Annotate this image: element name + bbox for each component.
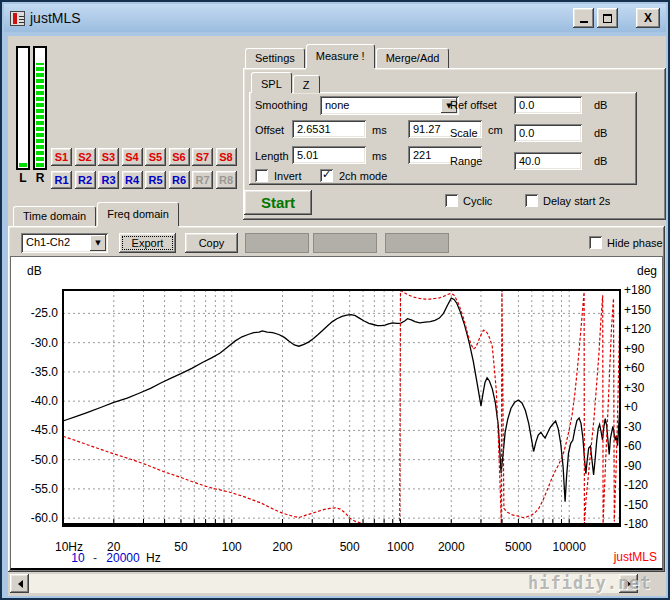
cyclic-checkbox[interactable] [445, 194, 458, 207]
minimize-button[interactable] [573, 8, 594, 28]
preset-button-s3[interactable]: S3 [98, 148, 119, 166]
tab-freq-domain[interactable]: Freq domain [97, 202, 179, 226]
chart-brand: justMLS [613, 550, 657, 564]
y-left-tick-label: -50.0 [31, 453, 59, 467]
y-right-tick-label: +180 [624, 283, 651, 297]
tab-time-domain[interactable]: Time domain [13, 206, 96, 226]
preset-button-r3[interactable]: R3 [98, 171, 119, 189]
minimize-icon [580, 15, 588, 23]
recall-preset-row: R1R2R3R4R5R6R7R8 [51, 171, 251, 189]
ref-offset-field[interactable]: 0.0 [514, 96, 582, 114]
preset-button-s6[interactable]: S6 [169, 148, 190, 166]
y-right-tick-label: +30 [624, 381, 645, 395]
x-tick-label: 5000 [505, 540, 532, 554]
length-ms-field[interactable]: 5.01 [292, 146, 366, 164]
y-right-tick-label: -30 [624, 420, 642, 434]
2ch-mode-label: 2ch mode [339, 170, 387, 182]
preset-button-s4[interactable]: S4 [122, 148, 143, 166]
range-label: Range [450, 155, 482, 167]
close-button[interactable]: X [636, 8, 660, 28]
delay-start-checkbox[interactable] [525, 194, 538, 207]
ref-offset-unit: dB [594, 99, 607, 111]
x-tick-label: 200 [273, 540, 293, 554]
scale-label: Scale [450, 127, 478, 139]
invert-label: Invert [274, 170, 302, 182]
x-tick-label: 1000 [387, 540, 414, 554]
y-right-tick-label: -60 [624, 439, 642, 453]
plot-border [63, 290, 620, 524]
range-unit: dB [594, 155, 607, 167]
y-right-tick-label: +90 [624, 342, 645, 356]
scrollbar-left-button[interactable] [10, 574, 29, 593]
range-unit: Hz [146, 551, 161, 565]
spl-tab-strip: SPLZ [251, 72, 321, 93]
tab-z[interactable]: Z [293, 75, 320, 93]
preset-button-r2[interactable]: R2 [75, 171, 96, 189]
tab-merge-add[interactable]: Merge/Add [376, 48, 450, 68]
range-start: 10 [71, 551, 85, 565]
preset-button-r1[interactable]: R1 [51, 171, 72, 189]
y-right-tick-label: +60 [624, 361, 645, 375]
scale-unit: dB [594, 127, 607, 139]
length-label: Length [255, 150, 289, 162]
maximize-button[interactable] [597, 8, 618, 28]
2ch-mode-checkbox[interactable] [320, 169, 333, 182]
main-tab-strip: SettingsMeasure !Merge/Add [245, 45, 450, 68]
y-right-tick-label: -90 [624, 459, 642, 473]
start-button[interactable]: Start [244, 190, 312, 215]
preset-button-s7[interactable]: S7 [192, 148, 213, 166]
y-left-tick-label: -30.0 [31, 336, 59, 350]
meter-label-right: R [33, 171, 47, 185]
x-tick-label: 50 [174, 540, 188, 554]
y-left-tick-label: -25.0 [31, 306, 59, 320]
length-ms-unit: ms [372, 150, 387, 162]
preset-button-r8: R8 [216, 171, 237, 189]
preset-button-s8[interactable]: S8 [216, 148, 237, 166]
y-left-tick-label: -60.0 [31, 511, 59, 525]
tab-spl[interactable]: SPL [251, 72, 292, 93]
export-button[interactable]: Export [119, 233, 176, 253]
preset-button-s1[interactable]: S1 [51, 148, 72, 166]
offset-cm-unit: cm [488, 124, 503, 136]
smoothing-label: Smoothing [255, 99, 308, 111]
toolbar-placeholder-1 [245, 233, 309, 253]
preset-button-r7: R7 [192, 171, 213, 189]
range-separator: - [93, 551, 97, 565]
offset-ms-field[interactable]: 2.6531 [292, 120, 366, 138]
range-field[interactable]: 40.0 [514, 152, 582, 170]
y-right-tick-label: -120 [624, 478, 648, 492]
close-icon: X [644, 11, 652, 25]
scale-field[interactable]: 0.0 [514, 124, 582, 142]
tab-measure[interactable]: Measure ! [306, 44, 375, 68]
copy-button[interactable]: Copy [185, 233, 238, 253]
chart-panel: dBdeg-25.0-30.0-35.0-40.0-45.0-50.0-55.0… [10, 256, 663, 570]
y-left-tick-label: -35.0 [31, 365, 59, 379]
y-right-axis-title: deg [637, 264, 657, 278]
title-bar[interactable]: justMLS X [4, 4, 666, 32]
channel-select[interactable]: Ch1-Ch2 ▼ [21, 233, 108, 253]
invert-checkbox[interactable] [255, 169, 268, 182]
y-right-tick-label: +0 [624, 400, 638, 414]
preset-button-r5[interactable]: R5 [145, 171, 166, 189]
preset-button-s5[interactable]: S5 [145, 148, 166, 166]
x-tick-label: 10000 [553, 540, 587, 554]
smoothing-select[interactable]: none ▼ [320, 96, 459, 115]
arrow-left-icon [14, 580, 23, 588]
tab-settings[interactable]: Settings [245, 48, 305, 68]
level-meter-left [16, 46, 30, 170]
toolbar-placeholder-2 [313, 233, 377, 253]
x-tick-label: 2000 [438, 540, 465, 554]
preset-button-s2[interactable]: S2 [75, 148, 96, 166]
hide-phase-label: Hide phase [607, 237, 663, 249]
chevron-down-icon[interactable]: ▼ [90, 235, 106, 251]
app-icon [10, 11, 25, 26]
smoothing-value: none [325, 99, 349, 111]
hide-phase-checkbox[interactable] [589, 236, 602, 249]
phase-curve [63, 290, 620, 524]
preset-button-r4[interactable]: R4 [122, 171, 143, 189]
preset-button-r6[interactable]: R6 [169, 171, 190, 189]
offset-ms-unit: ms [372, 124, 387, 136]
app-window: justMLS X L R S1S2S3S4S5S6S7S8 R1R2R3R4R… [0, 0, 670, 600]
meter-label-left: L [16, 171, 30, 185]
y-left-axis-title: dB [27, 264, 42, 278]
